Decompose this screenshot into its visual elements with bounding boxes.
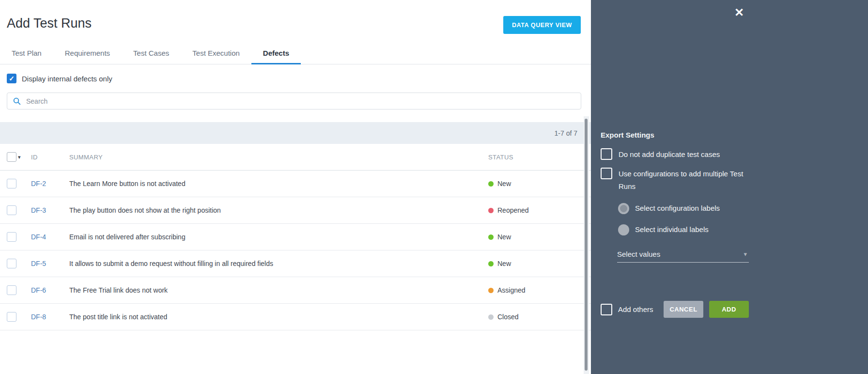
- status-label: New: [497, 233, 511, 241]
- status-label: Assigned: [497, 286, 526, 294]
- defect-summary: The play button does not show at the rig…: [69, 206, 488, 214]
- defect-id-link[interactable]: DF-3: [31, 206, 46, 214]
- defect-status: New: [488, 180, 591, 187]
- export-settings-title: Export Settings: [601, 131, 654, 139]
- row-checkbox[interactable]: [7, 179, 16, 188]
- table-row: DF-4 Email is not delivered after subscr…: [0, 224, 591, 250]
- check-icon: ✓: [9, 75, 15, 82]
- defect-summary: Email is not delivered after subscribing: [69, 233, 488, 241]
- add-others-label: Add others: [618, 303, 653, 316]
- display-internal-checkbox[interactable]: ✓: [7, 74, 16, 83]
- table-row: DF-3 The play button does not show at th…: [0, 197, 591, 224]
- defects-table-body: DF-2 The Learn More button is not activa…: [0, 171, 591, 330]
- column-header-status[interactable]: STATUS: [488, 154, 591, 161]
- display-internal-label: Display internal defects only: [22, 75, 112, 83]
- no-duplicates-option: Do not add duplicate test cases: [601, 148, 720, 161]
- select-configuration-labels-label: Select configuration labels: [635, 202, 720, 215]
- defect-status: New: [488, 233, 591, 241]
- add-test-runs-dialog: Add Test Runs DATA QUERY VIEW Test Plan …: [0, 0, 591, 374]
- status-dot: [488, 288, 494, 293]
- status-dot: [488, 261, 494, 266]
- tab-test-plan[interactable]: Test Plan: [0, 43, 53, 64]
- table-row: DF-6 The Free Trial link does not work A…: [0, 277, 591, 304]
- export-settings-panel: ✕ Export Settings Do not add duplicate t…: [591, 0, 868, 374]
- no-duplicates-checkbox[interactable]: [601, 148, 612, 160]
- status-dot: [488, 181, 494, 187]
- table-toolbar: 1-7 of 7: [0, 122, 591, 144]
- table-row: DF-2 The Learn More button is not activa…: [0, 171, 591, 197]
- use-configurations-option: Use configurations to add multiple Test …: [601, 168, 747, 193]
- table-row: DF-8 The post title link is not activate…: [0, 304, 591, 330]
- row-checkbox[interactable]: [7, 312, 16, 322]
- tab-test-cases[interactable]: Test Cases: [122, 43, 181, 64]
- page-title: Add Test Runs: [7, 16, 92, 31]
- defect-summary: The Free Trial link does not work: [69, 286, 488, 294]
- internal-defects-filter: ✓ Display internal defects only: [7, 74, 112, 83]
- defect-status: Closed: [488, 313, 591, 321]
- scrollbar[interactable]: [584, 116, 589, 374]
- select-configuration-labels-option: Select configuration labels: [618, 202, 720, 215]
- use-configurations-label: Use configurations to add multiple Test …: [619, 168, 747, 193]
- result-count: 1-7 of 7: [555, 129, 577, 137]
- chevron-down-icon: ▾: [744, 250, 749, 258]
- status-label: New: [497, 260, 511, 267]
- tab-requirements[interactable]: Requirements: [53, 43, 122, 64]
- add-button[interactable]: ADD: [709, 301, 749, 318]
- close-icon[interactable]: ✕: [734, 7, 744, 18]
- select-all-caret-icon[interactable]: ▾: [18, 154, 21, 160]
- status-label: Closed: [497, 313, 519, 321]
- row-checkbox[interactable]: [7, 259, 16, 268]
- select-configuration-labels-radio[interactable]: [618, 203, 629, 214]
- panel-footer: Add others CANCEL ADD: [601, 301, 749, 318]
- status-label: Reopened: [497, 206, 529, 214]
- status-label: New: [497, 180, 511, 187]
- select-all-checkbox[interactable]: [7, 152, 16, 162]
- add-test-runs-screen: Add Test Runs DATA QUERY VIEW Test Plan …: [0, 0, 868, 374]
- search-input[interactable]: [25, 97, 575, 106]
- defect-status: New: [488, 260, 591, 267]
- no-duplicates-label: Do not add duplicate test cases: [619, 148, 720, 161]
- status-dot: [488, 208, 494, 213]
- tab-test-execution[interactable]: Test Execution: [181, 43, 251, 64]
- defect-status: Reopened: [488, 206, 591, 214]
- column-header-id[interactable]: ID: [31, 154, 69, 161]
- add-others-checkbox[interactable]: [601, 304, 612, 315]
- select-individual-labels-label: Select individual labels: [635, 223, 709, 236]
- defect-summary: It allows to submit a demo request witho…: [69, 260, 488, 267]
- defect-id-link[interactable]: DF-6: [31, 286, 46, 294]
- data-query-view-button[interactable]: DATA QUERY VIEW: [503, 16, 581, 34]
- select-individual-labels-option: Select individual labels: [618, 223, 709, 236]
- scrollbar-thumb[interactable]: [585, 119, 588, 371]
- search-icon: [13, 97, 21, 105]
- defect-id-link[interactable]: DF-5: [31, 260, 46, 267]
- select-values-label: Select values: [617, 250, 660, 258]
- search-box[interactable]: [7, 93, 581, 109]
- status-dot: [488, 234, 494, 240]
- select-values-dropdown[interactable]: Select values ▾: [617, 246, 749, 263]
- tab-bar: Test Plan Requirements Test Cases Test E…: [0, 43, 591, 64]
- defect-id-link[interactable]: DF-8: [31, 313, 46, 321]
- defect-summary: The post title link is not activated: [69, 313, 488, 321]
- defect-summary: The Learn More button is not activated: [69, 180, 488, 187]
- select-individual-labels-radio[interactable]: [618, 224, 629, 235]
- defect-status: Assigned: [488, 286, 591, 294]
- status-dot: [488, 314, 494, 320]
- column-header-summary[interactable]: SUMMARY: [69, 154, 488, 161]
- defect-id-link[interactable]: DF-4: [31, 233, 46, 241]
- table-header: ▾ ID SUMMARY STATUS: [0, 144, 591, 171]
- row-checkbox[interactable]: [7, 285, 16, 295]
- defect-id-link[interactable]: DF-2: [31, 180, 46, 187]
- use-configurations-checkbox[interactable]: [601, 168, 612, 179]
- tab-defects[interactable]: Defects: [251, 43, 301, 64]
- row-checkbox[interactable]: [7, 205, 16, 215]
- cancel-button[interactable]: CANCEL: [664, 301, 703, 318]
- row-checkbox[interactable]: [7, 232, 16, 242]
- table-row: DF-5 It allows to submit a demo request …: [0, 250, 591, 277]
